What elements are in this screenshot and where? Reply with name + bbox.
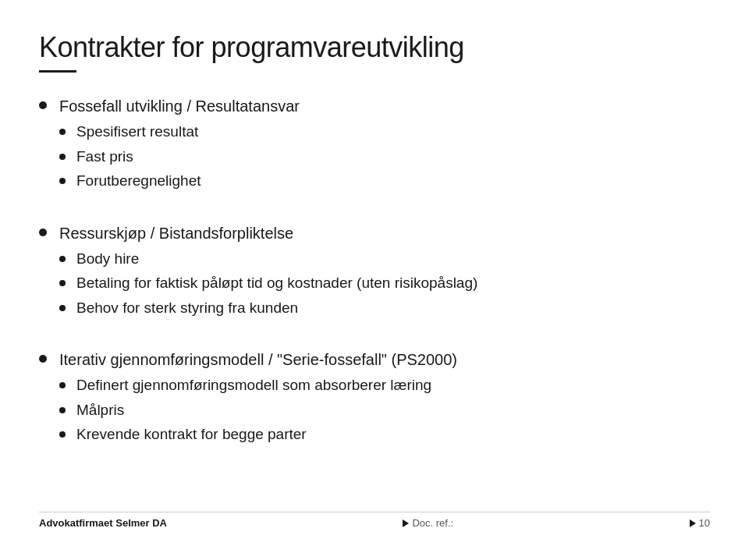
triangle-icon: [690, 519, 696, 527]
item-text: Iterativ gjennomføringsmodell / "Serie-f…: [59, 348, 457, 371]
item-text: Forutberegnelighet: [76, 170, 201, 193]
item-text: Spesifisert resultat: [76, 121, 198, 144]
section-iterativ: Iterativ gjennomføringsmodell / "Serie-f…: [39, 348, 710, 448]
bullet-icon: [39, 101, 47, 109]
bullet-icon: [59, 305, 66, 311]
bullet-icon: [59, 154, 66, 160]
item-text: Fast pris: [76, 146, 133, 168]
list-item: Fast pris: [39, 146, 710, 168]
footer: Advokatfirmaet Selmer DA Doc. ref.: 10: [39, 512, 710, 529]
bullet-icon: [59, 129, 66, 135]
list-item: Iterativ gjennomføringsmodell / "Serie-f…: [39, 348, 710, 371]
triangle-icon: [403, 519, 409, 527]
list-item: Målpris: [39, 399, 710, 422]
section-ressurskjop: Ressurskjøp / Bistandsforpliktelse Body …: [39, 222, 710, 322]
footer-page: 10: [690, 517, 710, 529]
slide: Kontrakter for programvareutvikling Foss…: [0, 0, 749, 560]
list-item: Definert gjennomføringsmodell som absorb…: [39, 374, 710, 397]
bullet-icon: [59, 178, 66, 184]
bullet-icon: [59, 431, 66, 438]
item-text: Body hire: [76, 248, 139, 271]
list-item: Behov for sterk styring fra kunden: [39, 297, 710, 320]
footer-doc-ref: Doc. ref.:: [403, 517, 453, 529]
item-text: Fossefall utvikling / Resultatansvar: [59, 94, 300, 118]
bullet-icon: [59, 407, 66, 413]
list-item: Body hire: [39, 248, 710, 271]
item-text: Behov for sterk styring fra kunden: [76, 297, 298, 320]
item-text: Ressurskjøp / Bistandsforpliktelse: [59, 222, 293, 245]
footer-company: Advokatfirmaet Selmer DA: [39, 517, 167, 529]
bullet-icon: [59, 256, 66, 262]
slide-content: Fossefall utvikling / Resultatansvar Spe…: [39, 94, 710, 512]
slide-title: Kontrakter for programvareutvikling: [39, 31, 710, 64]
item-text: Betaling for faktisk påløpt tid og kostn…: [76, 272, 477, 295]
page-number: 10: [699, 517, 710, 529]
list-item: Krevende kontrakt for begge parter: [39, 424, 710, 446]
item-text: Krevende kontrakt for begge parter: [76, 424, 307, 446]
bullet-icon: [59, 382, 66, 388]
section-fossefall: Fossefall utvikling / Resultatansvar Spe…: [39, 94, 710, 195]
list-item: Spesifisert resultat: [39, 121, 710, 144]
title-underline: [39, 70, 76, 73]
list-item: Fossefall utvikling / Resultatansvar: [39, 94, 710, 118]
list-item: Ressurskjøp / Bistandsforpliktelse: [39, 222, 710, 245]
item-text: Målpris: [76, 399, 124, 422]
list-item: Forutberegnelighet: [39, 170, 710, 193]
bullet-icon: [39, 355, 47, 363]
item-text: Definert gjennomføringsmodell som absorb…: [76, 374, 431, 397]
bullet-icon: [39, 229, 47, 236]
footer-doc-label: Doc. ref.:: [412, 517, 453, 529]
bullet-icon: [59, 280, 66, 286]
list-item: Betaling for faktisk påløpt tid og kostn…: [39, 272, 710, 295]
